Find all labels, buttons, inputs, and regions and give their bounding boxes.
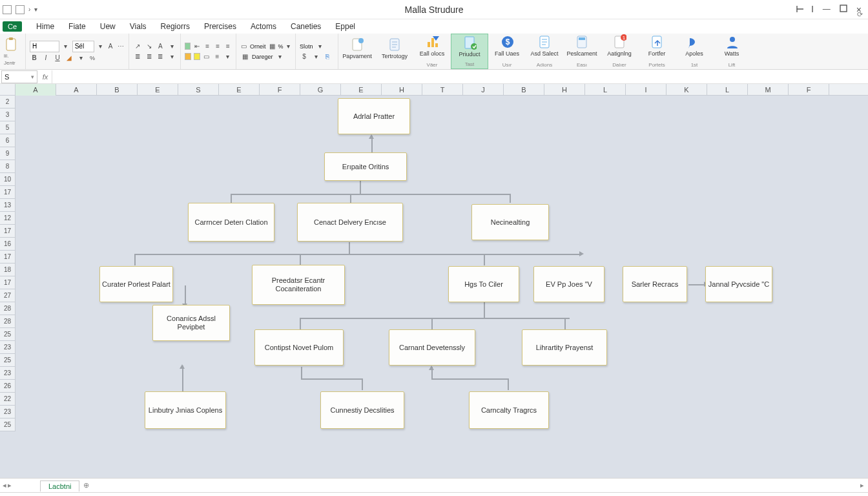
formula-input[interactable] [52, 70, 868, 83]
minimize-icon[interactable]: — [823, 5, 831, 14]
org-node[interactable]: Lihrartity Prayenst [522, 329, 607, 366]
currency-icon[interactable]: $ [300, 52, 309, 61]
org-node[interactable]: Conarıics Adssl Pevipbet [152, 305, 230, 341]
chevron-down-icon[interactable]: ▾ [62, 42, 70, 51]
align-icon[interactable]: ≡ [213, 52, 221, 61]
italic-icon[interactable]: I [41, 54, 50, 63]
org-node[interactable]: Carrncer Deterı Clation [188, 203, 274, 242]
chevron-right-icon[interactable]: › [28, 6, 30, 13]
qa-dropdown-icon[interactable]: ▾ [34, 6, 37, 13]
row-header[interactable]: 16 [0, 238, 16, 251]
fill-color-icon[interactable]: ◢ [65, 54, 74, 63]
menu-item[interactable]: Vials [130, 22, 147, 31]
menu-item[interactable]: Actoms [251, 22, 276, 31]
org-node[interactable]: Adrlal Pratter [338, 98, 410, 134]
menu-item[interactable]: Uew [100, 22, 116, 31]
menu-item[interactable]: Regiorrs [161, 22, 190, 31]
org-node[interactable]: Erıpaite Oritins [324, 152, 407, 181]
ribbon-btn-peslcament[interactable]: PeslcamentEası [563, 34, 601, 69]
merge-icon[interactable]: ▭ [240, 42, 247, 51]
sheet-tab[interactable]: Lacbtni [40, 480, 79, 491]
column-header[interactable]: M [748, 84, 789, 96]
align-center-icon[interactable]: ≡ [203, 42, 211, 51]
chevron-down-icon[interactable]: ▾ [97, 42, 105, 51]
row-header[interactable]: 17 [0, 251, 16, 264]
org-node[interactable]: Linbutry Jınias Coplens [145, 391, 226, 429]
cells-icon[interactable]: ▦ [269, 42, 276, 51]
qa-icon[interactable] [16, 5, 25, 14]
org-node[interactable]: Carnant Devetenssly [389, 329, 475, 366]
align-icon[interactable]: ↘ [145, 42, 154, 51]
select-all-corner[interactable] [0, 84, 16, 96]
ribbon-btn-fortfer[interactable]: FortferPortets [638, 34, 676, 69]
org-node[interactable]: EV Pp Joes "V [533, 266, 604, 302]
underline-icon[interactable]: U [53, 54, 62, 63]
font-size-input[interactable] [72, 41, 94, 52]
column-header[interactable]: L [707, 84, 748, 96]
row-header[interactable]: 8 [0, 160, 16, 173]
org-node[interactable]: Preedatsr Ecantr Cocaniteration [252, 265, 345, 305]
grow-font-icon[interactable]: A [107, 42, 114, 51]
cell-area[interactable]: Adrlal Pratter Erıpaite Oritins Carrncer… [16, 96, 868, 478]
org-node[interactable]: Carncalty Tragrcs [469, 391, 549, 429]
row-header[interactable]: 22 [0, 393, 16, 406]
row-header[interactable]: 17 [0, 186, 16, 199]
row-header[interactable]: 27 [0, 289, 16, 302]
column-header[interactable]: L [585, 84, 626, 96]
ribbon-btn-priuduct[interactable]: PriuductTast [451, 34, 488, 69]
row-header[interactable]: 6 [0, 134, 16, 147]
column-header[interactable]: H [382, 84, 422, 96]
org-node[interactable]: Sarler Recracs [623, 266, 687, 302]
row-header[interactable]: 17 [0, 276, 16, 289]
row-header[interactable]: 13 [0, 199, 16, 212]
row-header[interactable]: 18 [0, 264, 16, 276]
align-right-icon[interactable]: ≡ [214, 42, 222, 51]
dots-icon[interactable]: ⋯ [117, 42, 125, 51]
row-header[interactable]: 5 [0, 121, 16, 134]
column-header[interactable]: H [544, 84, 585, 96]
column-header[interactable]: I [626, 84, 666, 96]
column-header[interactable]: A [56, 84, 97, 96]
row-header[interactable]: 9 [0, 147, 16, 160]
ribbon-btn-watts[interactable]: WattsLift [713, 34, 750, 69]
fill-swatch-icon[interactable] [185, 43, 191, 50]
align-icon[interactable]: ↗ [133, 42, 142, 51]
row-header[interactable]: 25 [0, 354, 16, 367]
row-header[interactable]: 28 [0, 315, 16, 328]
column-header[interactable]: E [341, 84, 382, 96]
chevron-down-icon[interactable]: ▾ [311, 52, 320, 61]
table-icon[interactable]: ▦ [240, 52, 249, 61]
row-header[interactable]: 25 [0, 328, 16, 341]
org-node[interactable]: Curater Porlest Palart [99, 266, 173, 302]
scroll-right-icon[interactable]: ▸ [860, 481, 868, 490]
menu-item[interactable]: Caneties [291, 22, 321, 31]
row-header[interactable]: 10 [0, 173, 16, 186]
chevron-down-icon[interactable]: ▾ [167, 52, 176, 61]
menu-item[interactable]: Prercises [204, 22, 236, 31]
fill-swatch-icon[interactable] [185, 53, 191, 60]
border-icon[interactable]: ▭ [203, 52, 211, 61]
row-header[interactable]: 12 [0, 212, 16, 225]
align-left-icon[interactable]: ⇤ [193, 42, 201, 51]
column-header[interactable]: F [260, 84, 300, 96]
bold-icon[interactable]: B [30, 54, 39, 63]
org-node[interactable]: Jannal Pyvcside "C [705, 266, 772, 302]
paste-icon[interactable] [4, 37, 19, 52]
column-header[interactable]: G [300, 84, 341, 96]
link-icon[interactable]: ⎘ [323, 52, 332, 61]
ribbon-btn-aatignlng[interactable]: 1AatignlngDalıer [601, 34, 638, 69]
ribbon-btn-tertrotogy[interactable]: Tertrotogy [376, 34, 413, 69]
column-header[interactable]: T [422, 84, 463, 96]
name-box[interactable]: S▾ [1, 70, 37, 83]
row-header[interactable]: 23 [0, 341, 16, 354]
ribbon-toggle-icon[interactable] [796, 5, 814, 14]
column-header[interactable]: K [666, 84, 707, 96]
ribbon-btn-eall-olocs[interactable]: Eall olocsVäer [413, 34, 451, 69]
ribbon-btn-asd-salect[interactable]: Asd SalectAdions [526, 34, 563, 69]
row-header[interactable]: 26 [0, 380, 16, 393]
font-color-icon[interactable]: ▾ [76, 54, 85, 63]
menu-item[interactable]: Fiate [68, 22, 86, 31]
maximize-icon[interactable] [840, 5, 847, 12]
indent-icon[interactable]: ≣ [156, 52, 165, 61]
percent-icon[interactable]: % [88, 54, 97, 63]
